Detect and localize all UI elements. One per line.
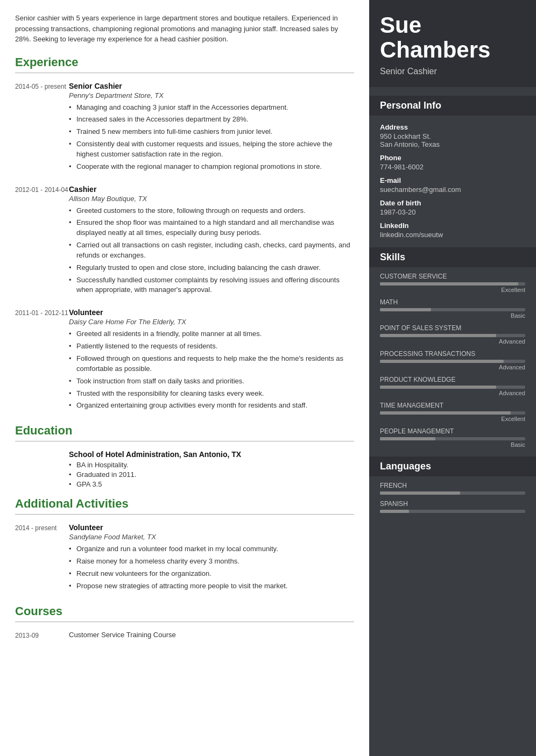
job-title: Senior Cashier bbox=[380, 67, 525, 76]
list-item: Graduated in 2011. bbox=[69, 470, 354, 479]
skills-list: CUSTOMER SERVICEExcellentMATHBasicPOINT … bbox=[380, 273, 525, 448]
entry-date: 2014-05 - present bbox=[15, 82, 69, 174]
right-column: Sue Chambers Senior Cashier Personal Inf… bbox=[369, 0, 536, 756]
entry-job-title: Volunteer bbox=[69, 308, 354, 317]
list-item: GPA 3.5 bbox=[69, 480, 354, 488]
language-name: FRENCH bbox=[380, 482, 525, 489]
left-column: Senior cashier with 5 years experience i… bbox=[0, 0, 369, 756]
skill-bar-bg bbox=[380, 437, 525, 440]
experience-entries: 2014-05 - presentSenior CashierPenny's D… bbox=[15, 82, 354, 413]
skill-item: PROCESSING TRANSACTIONSAdvanced bbox=[380, 350, 525, 370]
skill-level-label: Advanced bbox=[380, 338, 525, 345]
phone-value: 774-981-6002 bbox=[380, 163, 525, 171]
course-item: 2013-09Customer Service Training Course bbox=[15, 631, 354, 639]
skill-bar-fill bbox=[380, 360, 504, 363]
courses-section: Courses 2013-09Customer Service Training… bbox=[15, 604, 354, 639]
skill-name: PEOPLE MANAGEMENT bbox=[380, 427, 525, 435]
list-item: Trained 5 new members into full-time cas… bbox=[69, 127, 354, 137]
courses-entries: 2013-09Customer Service Training Course bbox=[15, 631, 354, 639]
list-item: BA in Hospitality. bbox=[69, 461, 354, 469]
list-item: Ensured the shop floor was maintained to… bbox=[69, 218, 354, 238]
education-entries: School of Hotel Administration, San Anto… bbox=[15, 450, 354, 488]
languages-section: Languages FRENCHSPANISH bbox=[369, 457, 536, 523]
last-name: Chambers bbox=[380, 38, 525, 62]
skill-item: PRODUCT KNOWLEDGEAdvanced bbox=[380, 376, 525, 396]
language-name: SPANISH bbox=[380, 500, 525, 508]
list-item: Organized entertaining group activities … bbox=[69, 401, 354, 411]
languages-list: FRENCHSPANISH bbox=[380, 482, 525, 513]
entry-date: 2014 - present bbox=[15, 523, 69, 593]
language-bar-fill bbox=[380, 510, 409, 513]
entry-date: 2011-01 - 2012-11 bbox=[15, 308, 69, 413]
language-bar-bg bbox=[380, 510, 525, 513]
skill-name: CUSTOMER SERVICE bbox=[380, 273, 525, 280]
language-item: FRENCH bbox=[380, 482, 525, 495]
address-line2: San Antonio, Texas bbox=[380, 140, 525, 148]
skill-bar-fill bbox=[380, 386, 496, 389]
entry-job-title: Senior Cashier bbox=[69, 82, 354, 90]
skill-name: POINT OF SALES SYSTEM bbox=[380, 324, 525, 332]
skill-name: PRODUCT KNOWLEDGE bbox=[380, 376, 525, 383]
edu-school: School of Hotel Administration, San Anto… bbox=[69, 450, 354, 459]
list-item: Carried out all transactions on cash reg… bbox=[69, 240, 354, 261]
skill-level-label: Excellent bbox=[380, 416, 525, 422]
courses-divider bbox=[15, 622, 354, 622]
skill-bar-bg bbox=[380, 308, 525, 311]
education-divider bbox=[15, 441, 354, 441]
experience-divider bbox=[15, 73, 354, 73]
experience-item: 2014-05 - presentSenior CashierPenny's D… bbox=[15, 82, 354, 174]
personal-info-section: Personal Info Address 950 Lockhart St. S… bbox=[369, 87, 536, 247]
skill-bar-fill bbox=[380, 411, 511, 415]
entry-company: Allison May Boutique, TX bbox=[69, 195, 354, 203]
list-item: Cooperate with the regional manager to c… bbox=[69, 162, 354, 172]
experience-item: 2012-01 - 2014-04CashierAllison May Bout… bbox=[15, 185, 354, 298]
courses-title: Courses bbox=[15, 604, 354, 618]
list-item: Patiently listened to the requests of re… bbox=[69, 341, 354, 352]
additional-section: Additional Activities 2014 - presentVolu… bbox=[15, 497, 354, 593]
list-item: Increased sales in the Accessories depar… bbox=[69, 115, 354, 125]
language-bar-fill bbox=[380, 491, 460, 495]
entry-content: Senior CashierPenny's Department Store, … bbox=[69, 82, 354, 174]
additional-title: Additional Activities bbox=[15, 497, 354, 511]
entry-company: Sandylane Food Market, TX bbox=[69, 533, 354, 541]
entry-bullets: Greeted customers to the store, followin… bbox=[69, 206, 354, 296]
skill-bar-bg bbox=[380, 282, 525, 286]
entry-company: Penny's Department Store, TX bbox=[69, 91, 354, 99]
linkedin-value: linkedin.com/sueutw bbox=[380, 231, 525, 239]
entry-bullets: Managing and coaching 3 junior staff in … bbox=[69, 103, 354, 172]
first-name: Sue bbox=[380, 13, 525, 38]
course-name: Customer Service Training Course bbox=[69, 631, 176, 639]
linkedin-label: LinkedIn bbox=[380, 222, 525, 230]
skill-bar-bg bbox=[380, 386, 525, 389]
skill-bar-fill bbox=[380, 308, 431, 311]
experience-title: Experience bbox=[15, 55, 354, 69]
skill-item: PEOPLE MANAGEMENTBasic bbox=[380, 427, 525, 448]
skill-bar-fill bbox=[380, 437, 435, 440]
skill-item: POINT OF SALES SYSTEMAdvanced bbox=[380, 324, 525, 345]
skill-item: CUSTOMER SERVICEExcellent bbox=[380, 273, 525, 293]
entry-job-title: Cashier bbox=[69, 185, 354, 194]
additional-item: 2014 - presentVolunteerSandylane Food Ma… bbox=[15, 523, 354, 593]
entry-date: 2012-01 - 2014-04 bbox=[15, 185, 69, 298]
course-date: 2013-09 bbox=[15, 631, 69, 639]
skill-level-label: Excellent bbox=[380, 287, 525, 293]
experience-section: Experience 2014-05 - presentSenior Cashi… bbox=[15, 55, 354, 413]
skills-title: Skills bbox=[369, 247, 536, 267]
skill-name: MATH bbox=[380, 298, 525, 306]
list-item: Regularly trusted to open and close stor… bbox=[69, 263, 354, 273]
education-section: Education School of Hotel Administration… bbox=[15, 424, 354, 488]
list-item: Managing and coaching 3 junior staff in … bbox=[69, 103, 354, 113]
additional-divider bbox=[15, 514, 354, 515]
summary: Senior cashier with 5 years experience i… bbox=[15, 13, 354, 45]
entry-bullets: Greeted all residents in a friendly, pol… bbox=[69, 329, 354, 411]
phone-label: Phone bbox=[380, 154, 525, 162]
list-item: Greeted customers to the store, followin… bbox=[69, 206, 354, 216]
entry-content: VolunteerSandylane Food Market, TXOrgani… bbox=[69, 523, 354, 593]
personal-info-title: Personal Info bbox=[369, 96, 536, 116]
skill-level-label: Advanced bbox=[380, 390, 525, 396]
email-label: E-mail bbox=[380, 176, 525, 184]
language-bar-bg bbox=[380, 491, 525, 495]
skill-bar-fill bbox=[380, 282, 518, 286]
list-item: Followed through on questions and reques… bbox=[69, 354, 354, 374]
skill-name: PROCESSING TRANSACTIONS bbox=[380, 350, 525, 358]
